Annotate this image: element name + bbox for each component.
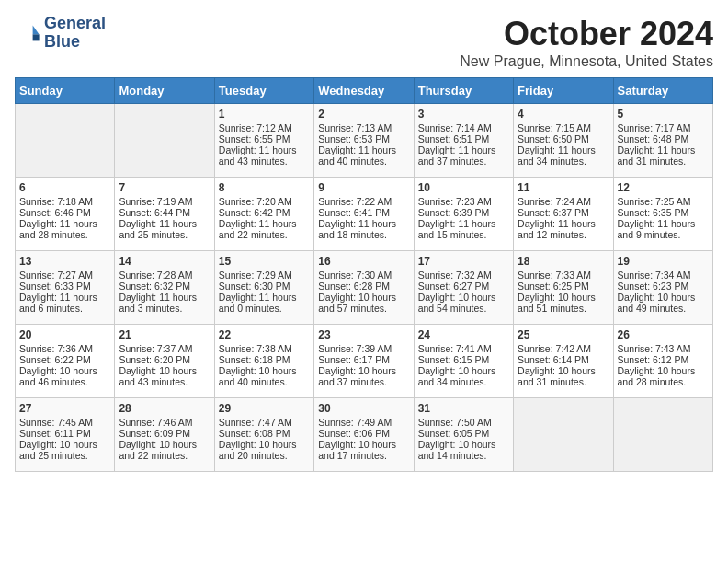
calendar-cell: 14Sunrise: 7:28 AMSunset: 6:32 PMDayligh… [115, 251, 214, 325]
day-number: 27 [19, 402, 110, 415]
daylight-text: Daylight: 11 hours and 9 minutes. [618, 218, 709, 240]
sunrise-text: Sunrise: 7:34 AM [618, 270, 709, 281]
day-number: 9 [318, 181, 409, 194]
header-row: SundayMondayTuesdayWednesdayThursdayFrid… [16, 78, 713, 104]
sunset-text: Sunset: 6:18 PM [219, 354, 310, 365]
calendar-cell: 2Sunrise: 7:13 AMSunset: 6:53 PMDaylight… [314, 104, 414, 178]
sunset-text: Sunset: 6:55 PM [219, 133, 310, 144]
day-number: 30 [318, 402, 409, 415]
sunrise-text: Sunrise: 7:47 AM [219, 417, 310, 428]
daylight-text: Daylight: 10 hours and 40 minutes. [219, 365, 310, 387]
day-number: 28 [119, 402, 210, 415]
daylight-text: Daylight: 11 hours and 15 minutes. [418, 218, 509, 240]
sunset-text: Sunset: 6:51 PM [418, 133, 509, 144]
day-number: 26 [618, 328, 709, 341]
main-title: October 2024 [460, 15, 713, 53]
calendar-body: 1Sunrise: 7:12 AMSunset: 6:55 PMDaylight… [16, 104, 713, 472]
day-number: 3 [418, 108, 509, 121]
calendar-cell: 17Sunrise: 7:32 AMSunset: 6:27 PMDayligh… [414, 251, 513, 325]
sunset-text: Sunset: 6:11 PM [19, 428, 110, 439]
daylight-text: Daylight: 10 hours and 14 minutes. [418, 439, 509, 461]
calendar-week-row: 13Sunrise: 7:27 AMSunset: 6:33 PMDayligh… [16, 251, 713, 325]
sunrise-text: Sunrise: 7:41 AM [418, 343, 509, 354]
calendar-cell [115, 104, 214, 178]
daylight-text: Daylight: 10 hours and 31 minutes. [518, 365, 609, 387]
day-number: 14 [119, 255, 210, 268]
day-number: 13 [19, 255, 110, 268]
day-number: 15 [219, 255, 310, 268]
day-number: 7 [119, 181, 210, 194]
day-number: 12 [618, 181, 709, 194]
sunrise-text: Sunrise: 7:24 AM [518, 196, 609, 207]
day-number: 18 [518, 255, 609, 268]
sunset-text: Sunset: 6:46 PM [19, 207, 110, 218]
header-day: Friday [514, 78, 613, 104]
calendar-header: SundayMondayTuesdayWednesdayThursdayFrid… [16, 78, 713, 104]
sunrise-text: Sunrise: 7:38 AM [219, 343, 310, 354]
sunrise-text: Sunrise: 7:37 AM [119, 343, 210, 354]
calendar-cell: 30Sunrise: 7:49 AMSunset: 6:06 PMDayligh… [314, 398, 414, 472]
daylight-text: Daylight: 11 hours and 12 minutes. [518, 218, 609, 240]
calendar-cell: 16Sunrise: 7:30 AMSunset: 6:28 PMDayligh… [314, 251, 414, 325]
day-number: 23 [318, 328, 409, 341]
sunset-text: Sunset: 6:08 PM [219, 428, 310, 439]
sunset-text: Sunset: 6:41 PM [318, 207, 409, 218]
daylight-text: Daylight: 10 hours and 34 minutes. [418, 365, 509, 387]
calendar-cell: 29Sunrise: 7:47 AMSunset: 6:08 PMDayligh… [214, 398, 313, 472]
day-number: 21 [119, 328, 210, 341]
sunset-text: Sunset: 6:42 PM [219, 207, 310, 218]
sunrise-text: Sunrise: 7:50 AM [418, 417, 509, 428]
day-number: 16 [318, 255, 409, 268]
daylight-text: Daylight: 10 hours and 28 minutes. [618, 365, 709, 387]
sunrise-text: Sunrise: 7:33 AM [518, 270, 609, 281]
sunset-text: Sunset: 6:12 PM [618, 354, 709, 365]
sunrise-text: Sunrise: 7:13 AM [318, 122, 409, 133]
sunset-text: Sunset: 6:23 PM [618, 281, 709, 292]
day-number: 4 [518, 108, 609, 121]
sunrise-text: Sunrise: 7:32 AM [418, 270, 509, 281]
calendar-week-row: 27Sunrise: 7:45 AMSunset: 6:11 PMDayligh… [16, 398, 713, 472]
calendar-cell: 19Sunrise: 7:34 AMSunset: 6:23 PMDayligh… [613, 251, 712, 325]
daylight-text: Daylight: 11 hours and 37 minutes. [418, 144, 509, 167]
daylight-text: Daylight: 10 hours and 17 minutes. [318, 439, 409, 461]
day-number: 19 [618, 255, 709, 268]
sunrise-text: Sunrise: 7:49 AM [318, 417, 409, 428]
subtitle: New Prague, Minnesota, United States [460, 53, 713, 70]
sunrise-text: Sunrise: 7:22 AM [318, 196, 409, 207]
sunrise-text: Sunrise: 7:14 AM [418, 122, 509, 133]
calendar-cell: 4Sunrise: 7:15 AMSunset: 6:50 PMDaylight… [514, 104, 613, 178]
day-number: 25 [518, 328, 609, 341]
daylight-text: Daylight: 11 hours and 34 minutes. [518, 144, 609, 167]
daylight-text: Daylight: 11 hours and 25 minutes. [119, 218, 210, 240]
calendar-cell: 12Sunrise: 7:25 AMSunset: 6:35 PMDayligh… [613, 178, 712, 251]
calendar-cell: 25Sunrise: 7:42 AMSunset: 6:14 PMDayligh… [514, 325, 613, 398]
daylight-text: Daylight: 11 hours and 22 minutes. [219, 218, 310, 240]
sunset-text: Sunset: 6:35 PM [618, 207, 709, 218]
calendar-cell: 3Sunrise: 7:14 AMSunset: 6:51 PMDaylight… [414, 104, 513, 178]
logo-icon [15, 20, 40, 46]
day-number: 20 [19, 328, 110, 341]
sunset-text: Sunset: 6:09 PM [119, 428, 210, 439]
daylight-text: Daylight: 11 hours and 28 minutes. [19, 218, 110, 240]
daylight-text: Daylight: 10 hours and 25 minutes. [19, 439, 110, 461]
calendar-week-row: 20Sunrise: 7:36 AMSunset: 6:22 PMDayligh… [16, 325, 713, 398]
daylight-text: Daylight: 10 hours and 37 minutes. [318, 365, 409, 387]
sunset-text: Sunset: 6:06 PM [318, 428, 409, 439]
sunrise-text: Sunrise: 7:30 AM [318, 270, 409, 281]
sunrise-text: Sunrise: 7:27 AM [19, 270, 110, 281]
calendar-cell: 8Sunrise: 7:20 AMSunset: 6:42 PMDaylight… [214, 178, 313, 251]
calendar-cell [613, 398, 712, 472]
sunset-text: Sunset: 6:22 PM [19, 354, 110, 365]
logo-text: General Blue [44, 15, 106, 52]
sunset-text: Sunset: 6:32 PM [119, 281, 210, 292]
calendar-cell: 5Sunrise: 7:17 AMSunset: 6:48 PMDaylight… [613, 104, 712, 178]
day-number: 31 [418, 402, 509, 415]
calendar-cell: 23Sunrise: 7:39 AMSunset: 6:17 PMDayligh… [314, 325, 414, 398]
sunrise-text: Sunrise: 7:46 AM [119, 417, 210, 428]
sunset-text: Sunset: 6:48 PM [618, 133, 709, 144]
calendar-cell: 27Sunrise: 7:45 AMSunset: 6:11 PMDayligh… [16, 398, 115, 472]
sunrise-text: Sunrise: 7:19 AM [119, 196, 210, 207]
sunrise-text: Sunrise: 7:23 AM [418, 196, 509, 207]
sunset-text: Sunset: 6:27 PM [418, 281, 509, 292]
calendar-cell: 21Sunrise: 7:37 AMSunset: 6:20 PMDayligh… [115, 325, 214, 398]
